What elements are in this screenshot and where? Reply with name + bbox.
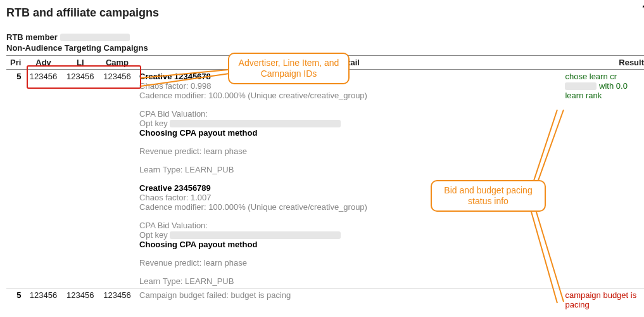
th-camp: Camp [99, 55, 136, 69]
table-row: 5 123456 123456 123456 Campaign budget f… [6, 288, 644, 311]
chaos-factor: Chaos factor: 0.998 [139, 81, 557, 91]
opt-key-value-redacted [170, 120, 341, 127]
cell-li: 123456 [62, 69, 99, 288]
campaigns-table: Pri Adv LI Camp Detail Result 5 123456 1… [6, 55, 644, 311]
cell-adv: 123456 [25, 69, 61, 288]
choosing-method: Choosing CPA payout method [139, 240, 557, 249]
result-line3: learn rank [565, 91, 644, 100]
opt-key-label: Opt key [139, 230, 168, 240]
opt-key-value-redacted [170, 231, 341, 239]
choosing-method: Choosing CPA payout method [139, 128, 557, 138]
cadence-modifier: Cadence modifier: 100.000% (Unique creat… [139, 91, 557, 100]
th-pri: Pri [6, 55, 25, 69]
result-line1: chose learn cr [565, 72, 644, 81]
cursor-icon: ↖ [641, 5, 644, 13]
cell-li: 123456 [62, 288, 99, 311]
cell-camp: 123456 [99, 288, 136, 311]
result-redacted [565, 82, 597, 90]
rtb-member-label: RTB member [6, 32, 58, 42]
cell-detail: Creative 12345678 Chaos factor: 0.998 Ca… [136, 69, 561, 288]
revenue-predict: Revenue predict: learn phase [139, 258, 557, 268]
rtb-member-value-redacted [60, 34, 130, 41]
learn-type: Learn Type: LEARN_PUB [139, 165, 557, 174]
result-line2: with 0.0 [599, 81, 628, 91]
th-li: LI [62, 55, 99, 69]
callout-ids: Advertiser, Line Item, and Campaign IDs [228, 53, 350, 84]
callout-pacing: Bid and budget pacing status info [431, 180, 546, 212]
cell-adv: 123456 [25, 288, 61, 311]
opt-key-label: Opt key [139, 119, 168, 128]
cell-result-plain: campaign budget is pacing [561, 288, 644, 311]
th-adv: Adv [25, 55, 61, 69]
cell-pri: 5 [6, 288, 25, 311]
revenue-predict: Revenue predict: learn phase [139, 146, 557, 156]
th-result: Result [561, 55, 644, 69]
cpa-bid-label: CPA Bid Valuation: [139, 221, 557, 230]
cell-camp: 123456 [99, 69, 136, 288]
page-title: RTB and affiliate campaigns [6, 6, 644, 20]
cell-detail-plain: Campaign budget failed: budget is pacing [136, 288, 561, 311]
cell-pri: 5 [6, 69, 25, 288]
cell-result: chose learn cr with 0.0 learn rank [561, 69, 644, 288]
cpa-bid-label: CPA Bid Valuation: [139, 109, 557, 119]
learn-type: Learn Type: LEARN_PUB [139, 276, 557, 286]
table-row: 5 123456 123456 123456 Creative 12345678… [6, 69, 644, 288]
